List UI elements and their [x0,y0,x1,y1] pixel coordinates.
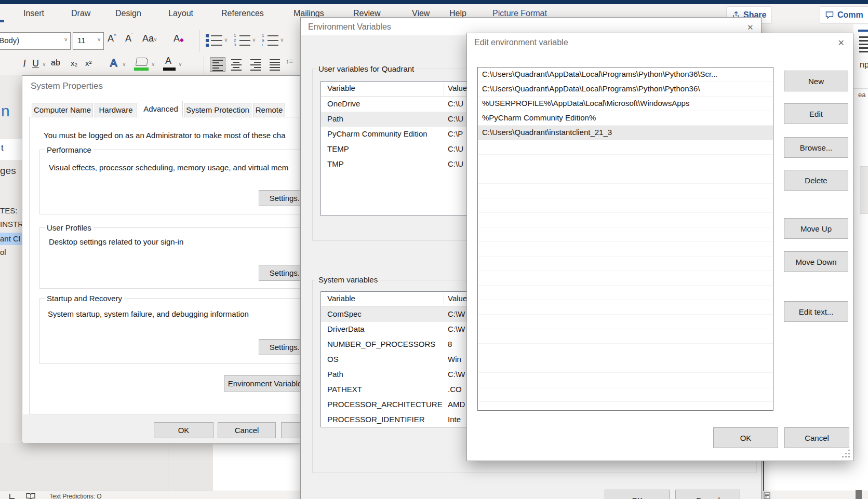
doc-fragment-ea: ea [858,91,865,99]
cancel-button[interactable]: Cancel [218,422,276,438]
column-value[interactable]: Value [448,294,467,303]
doc-fragment-np: np [860,60,868,70]
strikethrough-icon[interactable]: ab [51,58,60,68]
move-down-button[interactable]: Move Down [784,251,848,272]
column-variable[interactable]: Variable [327,294,355,303]
doc-fragment-tes: TES: [0,206,17,215]
tab-hardware[interactable]: Hardware [95,103,137,117]
chevron-down-icon[interactable]: ˅ [123,62,126,68]
list-item[interactable]: %USERPROFILE%\AppData\Local\Microsoft\Wi… [478,97,773,111]
resize-grip-icon[interactable] [842,449,850,457]
chevron-down-icon[interactable]: ˅ [179,62,182,68]
page-edge-line [763,461,764,491]
ribbon-divider [199,30,199,52]
font-size-combobox[interactable]: 11 ˅ [73,32,104,50]
browse-button[interactable]: Browse... [784,137,848,158]
chevron-down-icon[interactable]: ˅ [281,37,284,43]
comments-label: Comm [837,10,863,20]
column-divider[interactable] [444,293,444,305]
ok-button[interactable]: OK [605,490,670,499]
ribbon-tab-draw[interactable]: Draw [71,9,90,18]
ok-button[interactable]: OK [154,422,213,438]
doc-fragment-antcl: ant Cl [0,234,20,243]
comments-button[interactable]: Comm [820,6,868,24]
change-case-icon[interactable]: Aa˅ [142,33,157,44]
divider [853,88,868,89]
chevron-down-icon[interactable]: ˅ [224,37,228,43]
cancel-button[interactable]: Cancel [675,490,740,499]
shrink-font-icon[interactable]: Aˇ [125,33,133,44]
text-effects-icon[interactable]: A [110,57,117,69]
justify-icon[interactable] [268,57,283,72]
proofing-icon[interactable] [9,494,15,499]
doc-fragment-t: t [1,143,4,153]
font-name-value: ibri (Body) [0,36,19,45]
bullet-list-icon[interactable] [206,33,222,49]
delete-button[interactable]: Delete [784,170,848,191]
subscript-icon[interactable]: x₂ [71,59,77,68]
close-icon[interactable]: ✕ [747,23,754,32]
user-variables-label: User variables for Quadrant [316,64,416,73]
chevron-down-icon[interactable]: ˅ [252,37,256,43]
path-list[interactable]: C:\Users\Quadrant\AppData\Local\Programs… [477,67,773,411]
underline-icon[interactable]: U [32,58,39,69]
book-icon[interactable] [26,493,35,499]
chevron-down-icon[interactable]: ˅ [98,36,101,43]
word-title-bar [0,0,868,4]
line-spacing-icon[interactable]: ↕≡ [286,57,292,65]
ribbon-tab-references[interactable]: References [221,9,264,18]
new-button[interactable]: New [784,71,848,91]
edit-button[interactable]: Edit [784,103,848,124]
numbered-list-icon[interactable]: 1 2 3 [234,33,250,49]
text-predictions-status[interactable]: Text Predictions: O [49,493,102,499]
doc-fragment-instr: INSTR [0,220,23,228]
zoom-control-fragment[interactable] [856,490,862,499]
multilevel-list-icon[interactable]: 1 a i [262,33,278,49]
system-properties-dialog: System Properties Computer Name Hardware… [22,75,300,443]
list-item[interactable]: C:\Users\Quadrant\AppData\Local\Programs… [478,68,773,82]
tab-advanced[interactable]: Advanced [139,101,183,117]
edit-environment-variable-dialog: Edit environment variable ✕ C:\Users\Qua… [466,33,853,461]
user-profiles-desc: Desktop settings related to your sign-in [49,237,183,246]
align-center-icon[interactable] [229,57,245,72]
cancel-button[interactable]: Cancel [784,427,849,448]
chevron-down-icon[interactable]: ˅ [43,62,46,68]
font-size-value: 11 [77,36,86,45]
system-variables-label: System variables [316,275,380,284]
column-variable[interactable]: Variable [327,84,355,92]
italic-icon[interactable]: I [23,58,26,69]
list-item[interactable]: C:\Users\Quadrant\AppData\Local\Programs… [478,82,773,97]
column-divider[interactable] [444,83,444,95]
edit-text-button[interactable]: Edit text... [784,301,848,322]
ribbon-tab-design[interactable]: Design [115,9,141,18]
scrollbar-fragment[interactable] [860,166,868,214]
tab-computer-name[interactable]: Computer Name [32,103,93,117]
move-up-button[interactable]: Move Up [784,218,848,239]
grow-font-icon[interactable]: A^ [108,33,116,44]
tab-remote[interactable]: Remote [253,103,285,117]
list-item-selected[interactable]: C:\Users\Quadrant\instantclient_21_3 [478,126,773,140]
font-name-combobox[interactable]: ibri (Body) ˅ [0,32,71,50]
environment-variables-title: Environment Variables [308,22,391,32]
align-right-icon[interactable] [248,57,264,72]
column-value[interactable]: Value [448,84,467,92]
startup-recovery-desc: System startup, system failure, and debu… [48,309,249,318]
clear-formatting-icon[interactable]: A◆ [173,33,184,44]
doc-fragment-ges: ges [0,165,16,177]
user-profiles-label: User Profiles [45,223,94,232]
doc-page-fragment [213,444,300,491]
superscript-icon[interactable]: x² [85,59,92,68]
ribbon-tab-insert[interactable]: Insert [23,9,44,18]
ribbon-tab-layout[interactable]: Layout [168,9,193,18]
close-icon[interactable]: ✕ [838,38,845,48]
word-bottom-area [0,443,300,491]
word-left-strip: n t ges TES: INSTR ant Cl ol [0,75,22,491]
list-item[interactable]: %PyCharm Community Edition% [478,111,773,126]
chevron-down-icon[interactable]: ˅ [64,36,68,43]
home-tab-indicator [0,20,4,22]
align-left-icon[interactable] [210,57,225,72]
tab-system-protection[interactable]: System Protection [184,103,251,117]
ok-button[interactable]: OK [713,427,778,448]
chevron-down-icon[interactable]: ˅ [152,62,155,68]
page-layout-icon[interactable] [764,492,770,499]
